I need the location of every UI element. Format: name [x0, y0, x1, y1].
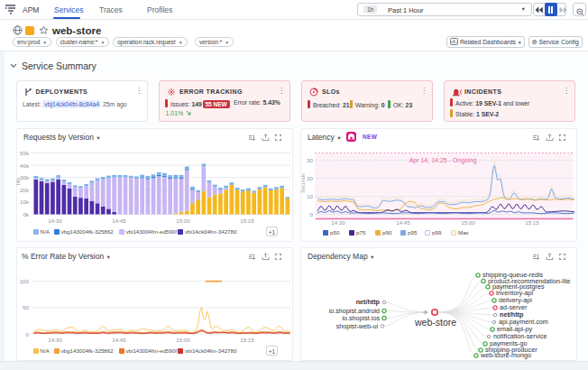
svg-text:15:00: 15:00 — [176, 217, 190, 224]
svg-text:shopist-web-ui: shopist-web-ui — [336, 322, 379, 330]
svg-text:14:30: 14:30 — [331, 219, 345, 226]
svg-text:0: 0 — [26, 331, 30, 338]
svg-text:30k: 30k — [20, 174, 30, 180]
svg-text:100: 100 — [20, 278, 30, 284]
svg-text:0: 0 — [310, 211, 314, 217]
svg-text:15:15: 15:15 — [240, 217, 254, 224]
svg-text:14:30: 14:30 — [48, 217, 62, 224]
svg-text:20k: 20k — [20, 187, 30, 193]
svg-text:14:45: 14:45 — [112, 217, 126, 224]
svg-text:web-store-mongo: web-store-mongo — [480, 351, 531, 359]
svg-text:15:00: 15:00 — [176, 337, 190, 343]
svg-text:io.shopist.ios: io.shopist.ios — [342, 314, 380, 322]
svg-text:40k: 40k — [20, 162, 30, 169]
svg-text:50: 50 — [23, 304, 29, 310]
svg-text:15:00: 15:00 — [461, 219, 475, 226]
svg-text:15:15: 15:15 — [240, 337, 254, 343]
svg-text:14:45: 14:45 — [112, 337, 126, 343]
svg-text:web-store: web-store — [414, 317, 456, 328]
svg-text:Apr 14, 14:25 - Ongoing: Apr 14, 14:25 - Ongoing — [409, 157, 477, 164]
svg-text:30: 30 — [307, 157, 313, 163]
svg-text:net/http: net/http — [356, 298, 381, 306]
svg-text:50k: 50k — [20, 150, 30, 156]
svg-text:0k: 0k — [23, 211, 29, 217]
svg-text:10: 10 — [307, 193, 313, 199]
svg-text:10k: 10k — [20, 199, 30, 205]
svg-text:20: 20 — [307, 175, 313, 181]
svg-text:14:30: 14:30 — [48, 337, 62, 343]
svg-text:15:15: 15:15 — [525, 219, 539, 226]
svg-text:14:45: 14:45 — [396, 219, 410, 226]
